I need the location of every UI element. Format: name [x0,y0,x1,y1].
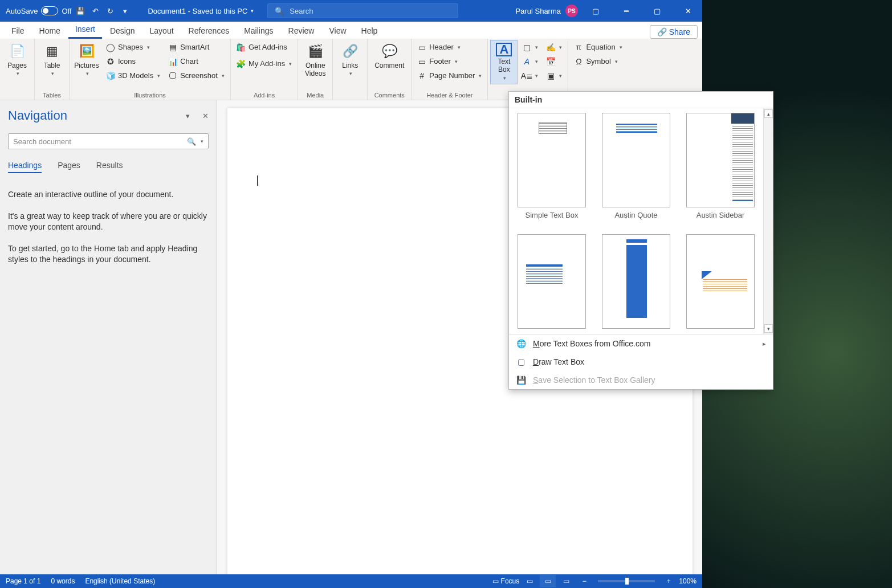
page-number-button[interactable]: #Page Number▾ [414,68,485,83]
search-icon: 🔍 [187,137,196,146]
gallery-item-facet-quote[interactable]: Facet Quote [686,234,755,334]
autosave-toggle[interactable]: AutoSave Off [6,6,71,15]
nav-tab-headings[interactable]: Headings [8,161,42,173]
links-button[interactable]: 🔗Links▾ [335,40,365,79]
screenshot-label: Screenshot [180,71,218,80]
gallery-scrollbar[interactable]: ▴ ▾ [763,108,773,334]
store-icon: 🛍️ [237,43,246,52]
symbol-button[interactable]: ΩSymbol▾ [571,54,625,68]
get-addins-button[interactable]: 🛍️Get Add-ins [233,40,295,54]
signature-line-button[interactable]: ✍️▾ [543,40,565,54]
header-button[interactable]: ▭Header▾ [414,40,485,54]
tab-view[interactable]: View [322,23,353,39]
text-cursor [257,175,258,186]
thumb-icon [686,113,755,207]
table-button[interactable]: ▦Table▾ [37,40,67,79]
online-videos-button[interactable]: 🎬Online Videos [300,40,330,80]
word-count[interactable]: 0 words [51,577,75,585]
addin-icon: 🧩 [237,59,246,68]
draw-text-box-menu[interactable]: ▢ Draw Text Box [509,353,773,371]
equation-button[interactable]: πEquation▾ [571,40,625,54]
gallery-item-banded-quote[interactable]: Banded Quote [518,234,586,334]
ribbon-display-options[interactable]: ▢ [583,0,609,22]
footer-button[interactable]: ▭Footer▾ [414,54,485,68]
shapes-button[interactable]: ◯Shapes▾ [103,40,164,54]
header-label: Header [429,43,454,51]
tab-file[interactable]: File [5,23,31,39]
more-text-boxes-menu[interactable]: 🌐 More Text Boxes from Office.com ▸ [509,334,773,353]
wordart-button[interactable]: A▾ [519,54,541,68]
print-layout-button[interactable]: ▭ [540,575,556,587]
search-placeholder: Search [290,7,313,15]
quickparts-icon: ▢ [522,43,531,52]
3d-models-button[interactable]: 🧊3D Models▾ [103,68,164,83]
nav-options-button[interactable]: ▾ [186,112,190,120]
chart-icon: 📊 [168,57,177,66]
scroll-up-button[interactable]: ▴ [764,109,773,118]
symbol-label: Symbol [586,57,610,66]
dropcap-icon: A≣ [522,71,531,80]
icons-button[interactable]: ✪Icons [103,54,164,68]
language[interactable]: English (United States) [85,577,155,585]
zoom-level[interactable]: 100% [679,577,697,585]
tab-insert[interactable]: Insert [68,21,102,39]
quick-parts-button[interactable]: ▢▾ [519,40,541,54]
close-button[interactable]: ✕ [675,0,701,22]
toggle-icon [41,6,58,15]
undo-button[interactable]: ↶ [89,5,101,17]
nav-p2: It's a great way to keep track of where … [8,211,209,233]
nav-tab-results[interactable]: Results [96,161,123,173]
screenshot-button[interactable]: 🖵Screenshot▾ [165,68,228,83]
gallery-item-simple-text-box[interactable]: Simple Text Box [518,113,586,219]
redo-button[interactable]: ↻ [104,5,116,17]
tab-home[interactable]: Home [32,23,67,39]
nav-search-placeholder: Search document [13,137,71,146]
chevron-down-icon[interactable]: ▾ [201,138,203,144]
chevron-down-icon[interactable]: ▾ [251,8,254,14]
my-addins-button[interactable]: 🧩My Add-ins▾ [233,56,295,71]
object-button[interactable]: ▣▾ [543,68,565,83]
tab-design[interactable]: Design [103,23,142,39]
customize-qat-button[interactable]: ▾ [119,5,131,17]
tab-review[interactable]: Review [282,23,321,39]
web-layout-button[interactable]: ▭ [558,575,574,587]
pictures-button[interactable]: 🖼️Pictures▾ [72,40,101,79]
tab-references[interactable]: References [182,23,237,39]
read-mode-button[interactable]: ▭ [522,575,537,587]
comment-label: Comment [374,62,404,70]
focus-mode-button[interactable]: ▭ Focus [492,577,519,585]
chart-button[interactable]: 📊Chart [165,54,228,68]
search-box[interactable]: 🔍 Search [267,3,458,18]
date-time-button[interactable]: 📅 [543,54,565,68]
nav-tab-pages[interactable]: Pages [58,161,80,173]
nav-search-input[interactable]: Search document 🔍 ▾ [8,133,209,149]
gallery-item-austin-quote[interactable]: Austin Quote [602,113,670,219]
gallery-item-austin-sidebar[interactable]: Austin Sidebar [686,113,755,219]
page-count[interactable]: Page 1 of 1 [6,577,40,585]
gallery-item-banded-sidebar[interactable]: Banded Sidebar [602,234,670,334]
pages-button[interactable]: 📄Pages▾ [2,40,32,79]
smartart-button[interactable]: ▤SmartArt [165,40,228,54]
text-box-button[interactable]: AText Box▾ [490,40,518,84]
zoom-slider[interactable] [598,580,655,582]
minimize-button[interactable]: ━ [613,0,640,22]
zoom-out-button[interactable]: − [576,575,592,587]
scroll-down-button[interactable]: ▾ [764,324,773,333]
maximize-button[interactable]: ▢ [644,0,670,22]
document-title[interactable]: Document1 - Saved to this PC [148,7,247,15]
tab-mailings[interactable]: Mailings [237,23,280,39]
zoom-in-button[interactable]: + [661,575,677,587]
media-group-label: Media [300,92,330,100]
nav-p3: To get started, go to the Home tab and a… [8,243,209,266]
tab-layout[interactable]: Layout [143,23,181,39]
draw-textbox-icon: ▢ [516,357,526,367]
comment-button[interactable]: 💬Comment [370,40,409,72]
share-button[interactable]: 🔗 Share [650,25,698,39]
tab-help[interactable]: Help [355,23,385,39]
user-name[interactable]: Parul Sharma [516,7,561,15]
user-avatar[interactable]: PS [565,5,578,17]
save-button[interactable]: 💾 [75,5,86,17]
table-label: Table [44,62,60,70]
drop-cap-button[interactable]: A≣▾ [519,68,541,83]
nav-close-button[interactable]: ✕ [202,112,209,120]
